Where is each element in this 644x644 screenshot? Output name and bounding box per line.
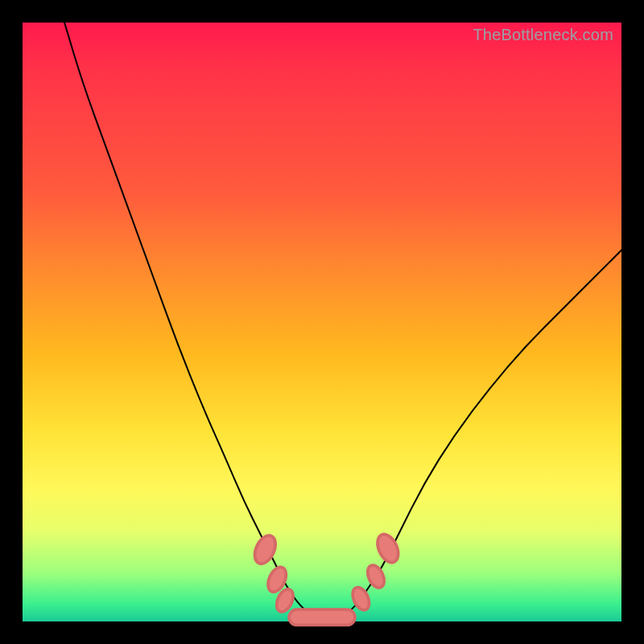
chart-frame: TheBottleneck.com [0,0,644,644]
curve-markers [250,531,402,625]
bottleneck-chart-svg [23,23,621,621]
bottleneck-curve [64,23,621,618]
curve-marker [365,563,388,591]
curve-marker-bar [289,609,355,625]
plot-area: TheBottleneck.com [23,23,621,621]
curve-marker [250,532,279,567]
